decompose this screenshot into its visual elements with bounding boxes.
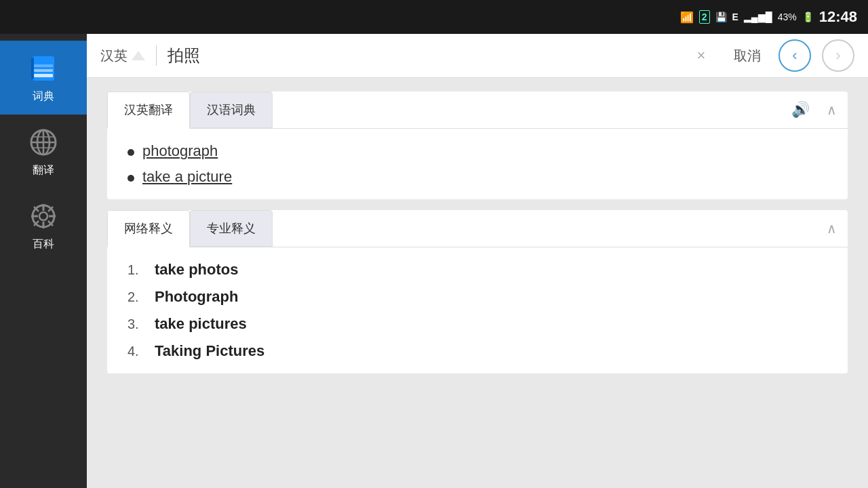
def-text-4[interactable]: Taking Pictures xyxy=(155,342,264,360)
translation-card: 汉英翻译 汉语词典 ∧ 🔊 photog xyxy=(107,92,848,199)
status-time: 12:48 xyxy=(819,8,857,26)
header: 汉英 拍照 × 取消 ‹ › xyxy=(87,34,868,78)
sidebar-label-encyclopedia: 百科 xyxy=(33,237,54,251)
status-bar: 📶 2 💾 E ▂▄▆█ 43% 🔋 12:48 xyxy=(0,0,868,34)
battery-percentage: 43% xyxy=(778,12,797,22)
definition-item-1: 1. take photos xyxy=(127,261,827,279)
back-button[interactable]: ‹ xyxy=(778,39,811,72)
tab-web-definition[interactable]: 网络释义 xyxy=(107,210,190,247)
svg-rect-4 xyxy=(31,58,34,79)
definition-card: 网络释义 专业释义 ∧ 1. take photos 2. xyxy=(107,210,848,373)
translate-icon xyxy=(26,125,60,159)
translation-item-2: take a picture xyxy=(127,168,827,186)
def-num-4: 4. xyxy=(127,344,144,359)
tab-chinese-dictionary[interactable]: 汉语词典 xyxy=(190,92,273,128)
chevron-up-icon: ∧ xyxy=(827,102,837,118)
picture-word: picture xyxy=(187,168,232,185)
definition-tab-header: 网络释义 专业释义 ∧ xyxy=(107,210,848,247)
sound-button[interactable]: 🔊 xyxy=(791,101,810,119)
network-type-icon: E xyxy=(732,12,738,22)
encyclopedia-icon xyxy=(26,199,60,233)
wifi-icon: 📶 xyxy=(680,11,694,24)
lang-label[interactable]: 汉英 xyxy=(100,47,127,65)
dictionary-icon xyxy=(26,52,60,85)
search-text[interactable]: 拍照 xyxy=(167,45,675,66)
svg-rect-2 xyxy=(34,69,53,72)
bullet-2 xyxy=(127,175,134,182)
definition-item-2: 2. Photograph xyxy=(127,288,827,306)
svg-point-12 xyxy=(39,212,47,220)
definition-item-4: 4. Taking Pictures xyxy=(127,342,827,360)
def-num-3: 3. xyxy=(127,317,144,332)
tab-han-en-translation[interactable]: 汉英翻译 xyxy=(107,92,190,129)
svg-rect-1 xyxy=(34,74,53,77)
definition-list: 1. take photos 2. Photograph 3. take pic… xyxy=(107,247,848,373)
tab-professional-definition[interactable]: 专业释义 xyxy=(190,210,273,247)
svg-rect-3 xyxy=(34,64,53,67)
main-content: 汉英翻译 汉语词典 ∧ 🔊 photog xyxy=(87,78,868,488)
translation-item-1: photograph xyxy=(127,142,827,160)
translation-tab-header: 汉英翻译 汉语词典 ∧ 🔊 xyxy=(107,92,848,129)
bullet-1 xyxy=(127,149,134,156)
forward-button[interactable]: › xyxy=(822,39,854,72)
sidebar: 词典 翻译 xyxy=(0,34,87,488)
take-word: take xyxy=(142,168,171,185)
battery-icon: 🔋 xyxy=(802,12,814,22)
def-text-2[interactable]: Photograph xyxy=(155,288,238,306)
cancel-button[interactable]: 取消 xyxy=(727,47,768,65)
definition-card-collapse[interactable]: ∧ xyxy=(827,210,848,247)
sound-icon: 🔊 xyxy=(791,101,810,118)
sidebar-label-dictionary: 词典 xyxy=(33,89,54,104)
clear-icon: × xyxy=(697,47,706,64)
forward-icon: › xyxy=(835,47,840,64)
definition-item-3: 3. take pictures xyxy=(127,315,827,333)
chevron-up-icon-2: ∧ xyxy=(827,220,837,237)
translation-link-1[interactable]: photograph xyxy=(142,142,218,160)
triangle-indicator xyxy=(132,51,145,60)
main-layout: 词典 翻译 xyxy=(0,34,868,488)
translation-link-2[interactable]: take a picture xyxy=(142,168,232,186)
content-area: 汉英 拍照 × 取消 ‹ › 汉英翻译 xyxy=(87,34,868,488)
def-text-3[interactable]: take pictures xyxy=(155,315,247,333)
signal-icon: ▂▄▆█ xyxy=(744,12,772,22)
translation-card-collapse[interactable]: ∧ xyxy=(827,92,848,128)
back-icon: ‹ xyxy=(792,47,797,64)
header-divider xyxy=(156,45,157,66)
sidebar-label-translate: 翻译 xyxy=(33,163,54,178)
sidebar-item-dictionary[interactable]: 词典 xyxy=(0,41,87,115)
a-word: a xyxy=(175,168,183,185)
storage-icon: 💾 xyxy=(715,12,727,22)
def-num-1: 1. xyxy=(127,262,144,278)
clear-button[interactable]: × xyxy=(686,41,716,70)
def-text-1[interactable]: take photos xyxy=(155,261,238,279)
translation-list: photograph take a picture xyxy=(107,129,848,199)
def-num-2: 2. xyxy=(127,289,144,305)
sidebar-item-translate[interactable]: 翻译 xyxy=(0,115,87,188)
sidebar-item-encyclopedia[interactable]: 百科 xyxy=(0,188,87,262)
sim-icon: 2 xyxy=(699,10,710,24)
status-icons: 📶 2 💾 E ▂▄▆█ 43% 🔋 12:48 xyxy=(680,8,857,26)
